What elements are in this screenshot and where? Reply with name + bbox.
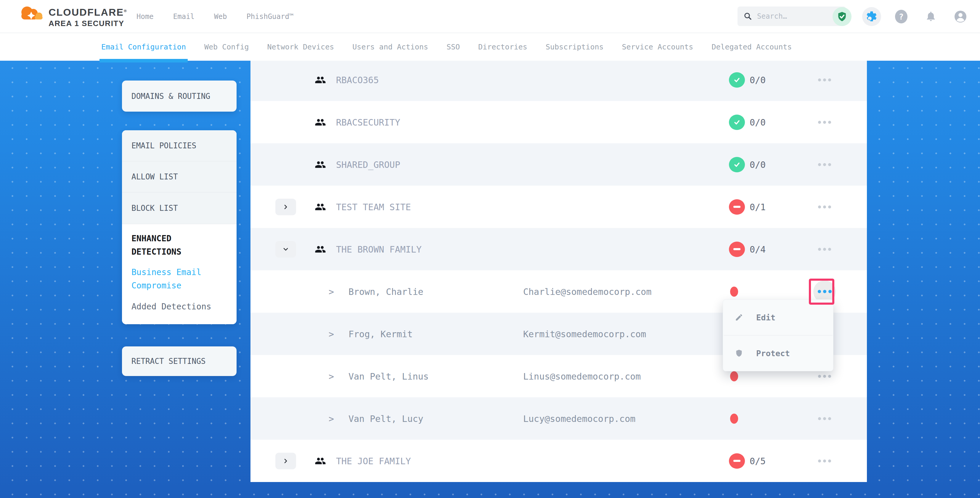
nav-home[interactable]: Home bbox=[137, 13, 154, 21]
registered-mark: ® bbox=[124, 9, 127, 13]
member-name[interactable]: Van Pelt, Lucy bbox=[348, 413, 423, 424]
member-name[interactable]: Van Pelt, Linus bbox=[348, 371, 429, 381]
sidebar-label: BLOCK LIST bbox=[132, 204, 178, 213]
search-input[interactable] bbox=[757, 12, 840, 21]
table-row-group: RBACSECURITY 0/0 bbox=[250, 101, 867, 143]
sidebar-item-allow-list[interactable]: ALLOW LIST bbox=[122, 161, 237, 193]
shield-icon bbox=[735, 349, 743, 357]
pencil-icon bbox=[735, 313, 743, 321]
row-menu-button[interactable] bbox=[813, 243, 837, 255]
member-email: Charlie@somedemocorp.com bbox=[523, 286, 651, 297]
status-badge-blocked bbox=[729, 242, 745, 257]
status-badge-blocked bbox=[729, 453, 745, 469]
group-name[interactable]: SHARED_GROUP bbox=[336, 159, 400, 170]
group-name[interactable]: TEST TEAM SITE bbox=[336, 202, 411, 212]
row-menu-button[interactable] bbox=[813, 74, 837, 86]
sidebar-item-retract-settings[interactable]: RETRACT SETTINGS bbox=[122, 347, 237, 376]
protected-count: 0/4 bbox=[750, 244, 766, 255]
member-prefix: > bbox=[329, 329, 334, 339]
chevron-right-icon bbox=[282, 204, 289, 210]
tab-network-devices[interactable]: Network Devices bbox=[267, 33, 334, 61]
sidebar-item-business-email-compromise[interactable]: Business Email Compromise bbox=[132, 266, 220, 292]
status-badge-ok bbox=[729, 72, 745, 88]
member-email: Lucy@somedemocorp.com bbox=[523, 413, 635, 424]
group-users-icon bbox=[315, 455, 326, 467]
cloudflare-logo[interactable]: CLOUDFLARE® AREA 1 SECURITY bbox=[18, 3, 127, 28]
row-menu-button[interactable] bbox=[813, 116, 837, 128]
help-button[interactable]: ? bbox=[892, 7, 911, 26]
row-context-menu: Edit Protect bbox=[723, 299, 834, 371]
expand-group-button[interactable] bbox=[275, 453, 296, 469]
sidebar-label: ALLOW LIST bbox=[132, 172, 178, 181]
protected-count: 0/0 bbox=[750, 117, 766, 127]
cloudflare-cloud-icon bbox=[18, 3, 46, 22]
menu-item-label: Edit bbox=[756, 313, 775, 322]
sidebar-item-domains-routing[interactable]: DOMAINS & ROUTING bbox=[122, 81, 237, 111]
brand-subtitle: AREA 1 SECURITY bbox=[49, 19, 127, 28]
row-menu-button[interactable] bbox=[813, 413, 837, 425]
settings-button[interactable] bbox=[862, 7, 881, 26]
row-menu-button[interactable] bbox=[813, 159, 837, 170]
help-icon: ? bbox=[895, 10, 907, 23]
group-name[interactable]: RBACO365 bbox=[336, 75, 379, 85]
security-status-button[interactable] bbox=[832, 7, 851, 26]
account-icon bbox=[953, 10, 967, 24]
unprotected-indicator bbox=[730, 286, 738, 297]
tab-users-and-actions[interactable]: Users and Actions bbox=[352, 33, 428, 61]
menu-item-edit[interactable]: Edit bbox=[723, 300, 833, 335]
shield-check-icon bbox=[837, 11, 847, 22]
row-menu-button[interactable] bbox=[813, 201, 837, 213]
tab-email-configuration[interactable]: Email Configuration bbox=[101, 33, 186, 61]
table-row-group: TEST TEAM SITE 0/1 bbox=[250, 186, 867, 228]
member-email: Linus@somedemocorp.com bbox=[523, 371, 641, 381]
nav-email[interactable]: Email bbox=[173, 13, 194, 21]
tab-service-accounts[interactable]: Service Accounts bbox=[622, 33, 694, 61]
protected-count: 0/0 bbox=[750, 75, 766, 85]
search-box[interactable] bbox=[738, 6, 846, 26]
tab-directories[interactable]: Directories bbox=[478, 33, 527, 61]
protected-count: 0/0 bbox=[750, 159, 766, 170]
header-icon-bar: ? bbox=[832, 0, 970, 33]
sidebar-item-block-list[interactable]: BLOCK LIST bbox=[122, 193, 237, 224]
app-header: CLOUDFLARE® AREA 1 SECURITY Home Email W… bbox=[0, 0, 980, 33]
protected-count: 0/5 bbox=[750, 456, 766, 466]
collapse-group-button[interactable] bbox=[275, 241, 296, 258]
member-prefix: > bbox=[329, 371, 334, 381]
nav-phishguard[interactable]: PhishGuard™ bbox=[247, 13, 293, 21]
account-button[interactable] bbox=[951, 7, 970, 26]
member-prefix: > bbox=[329, 413, 334, 424]
group-users-icon bbox=[315, 201, 326, 213]
sidebar-item-added-detections[interactable]: Added Detections bbox=[132, 300, 220, 313]
nav-web[interactable]: Web bbox=[214, 13, 227, 21]
search-icon bbox=[743, 12, 752, 21]
primary-nav: Home Email Web PhishGuard™ bbox=[137, 0, 293, 33]
expand-group-button[interactable] bbox=[275, 199, 296, 215]
table-row-member: > Van Pelt, Lucy Lucy@somedemocorp.com bbox=[250, 397, 867, 440]
group-name[interactable]: THE JOE FAMILY bbox=[336, 456, 411, 466]
table-row-group: THE BROWN FAMILY 0/4 bbox=[250, 228, 867, 270]
unprotected-indicator bbox=[730, 414, 738, 424]
tab-sso[interactable]: SSO bbox=[447, 33, 460, 61]
sidebar-policies-card: EMAIL POLICIES ALLOW LIST BLOCK LIST ENH… bbox=[122, 130, 237, 324]
table-row-group: SHARED_GROUP 0/0 bbox=[250, 143, 867, 186]
row-menu-button[interactable] bbox=[813, 371, 837, 382]
status-badge-blocked bbox=[729, 199, 745, 215]
tab-delegated-accounts[interactable]: Delegated Accounts bbox=[711, 33, 792, 61]
group-users-icon bbox=[315, 159, 326, 170]
group-name[interactable]: RBACSECURITY bbox=[336, 117, 400, 127]
member-name[interactable]: Brown, Charlie bbox=[348, 286, 423, 297]
group-users-icon bbox=[315, 243, 326, 255]
row-menu-button[interactable] bbox=[813, 455, 837, 467]
group-name[interactable]: THE BROWN FAMILY bbox=[336, 244, 422, 255]
table-row-group: THE JOE FAMILY 0/5 bbox=[250, 440, 867, 482]
tab-subscriptions[interactable]: Subscriptions bbox=[546, 33, 604, 61]
menu-item-protect[interactable]: Protect bbox=[723, 336, 833, 371]
member-name[interactable]: Frog, Kermit bbox=[348, 329, 413, 339]
brand-name: CLOUDFLARE® bbox=[49, 6, 127, 18]
notifications-button[interactable] bbox=[921, 7, 940, 26]
sidebar-section-enhanced-detections: ENHANCED DETECTIONS Business Email Compr… bbox=[122, 224, 237, 324]
group-users-icon bbox=[315, 74, 326, 86]
groups-table: RBACO365 0/0 RBACSECURITY 0/0 SHARED_GRO… bbox=[250, 59, 867, 482]
sidebar-item-email-policies[interactable]: EMAIL POLICIES bbox=[122, 130, 237, 161]
tab-web-config[interactable]: Web Config bbox=[204, 33, 249, 61]
